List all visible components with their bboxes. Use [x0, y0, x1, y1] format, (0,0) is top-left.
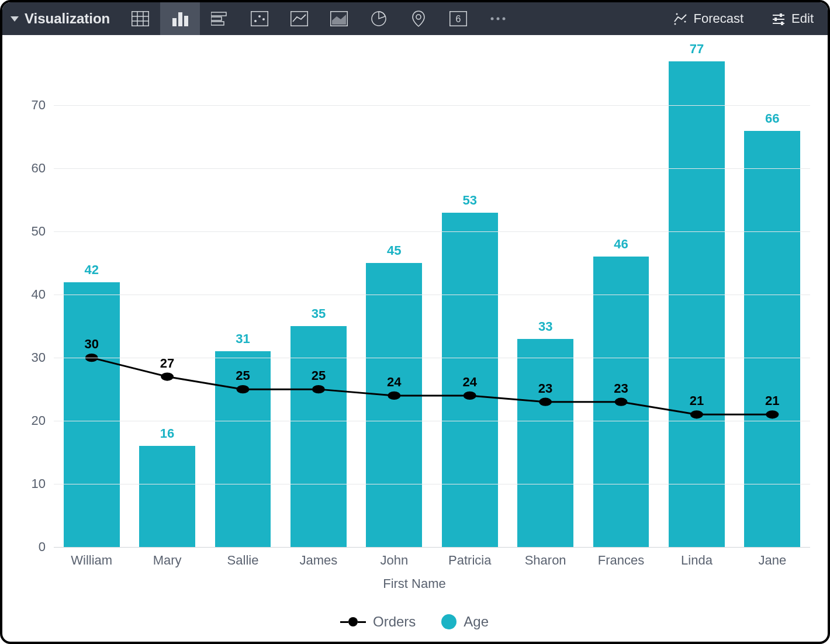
line-value-label: 21	[690, 393, 704, 408]
plot-area: 010203040506070 42163135455333467766 302…	[19, 55, 810, 547]
line-value-label: 30	[84, 337, 98, 352]
x-axis-labels: WilliamMarySallieJamesJohnPatriciaSharon…	[54, 547, 810, 568]
x-tick-label: Mary	[129, 553, 205, 568]
chart-type-pie-button[interactable]	[359, 2, 399, 35]
bar-value-label: 33	[538, 319, 552, 334]
bar[interactable]	[64, 282, 120, 547]
svg-rect-6	[178, 12, 182, 26]
chart-type-more-button[interactable]	[478, 2, 518, 35]
x-tick-label: Linda	[659, 553, 734, 568]
svg-point-24	[503, 18, 506, 20]
circle-swatch-icon	[441, 614, 456, 629]
bar[interactable]	[290, 326, 347, 547]
bar[interactable]	[366, 263, 422, 547]
bar-value-label: 45	[387, 243, 401, 258]
visualization-title-group[interactable]: Visualization	[2, 2, 120, 35]
svg-rect-8	[211, 12, 226, 16]
area-chart-icon	[330, 11, 348, 26]
chart-type-column-button[interactable]	[160, 2, 200, 35]
svg-point-27	[675, 23, 676, 25]
line-chart-icon	[290, 11, 308, 26]
svg-rect-0	[132, 12, 149, 26]
x-tick-label: John	[357, 553, 432, 568]
y-tick-label: 60	[32, 161, 46, 176]
x-tick-label: Frances	[583, 553, 659, 568]
bar-value-label: 77	[690, 41, 704, 57]
chart-type-single-value-button[interactable]: 6	[438, 2, 478, 35]
map-pin-icon	[411, 10, 426, 27]
svg-point-12	[254, 20, 257, 22]
chart-type-switcher: 6	[120, 2, 518, 35]
toolbar: Visualization	[2, 2, 828, 35]
chart-type-table-button[interactable]	[120, 2, 160, 35]
single-value-icon: 6	[449, 11, 467, 26]
bar-value-label: 31	[236, 331, 250, 347]
bar[interactable]	[669, 61, 725, 547]
bars-layer: 42163135455333467766	[54, 55, 810, 547]
x-tick-label: Sallie	[205, 553, 281, 568]
line-value-label: 23	[614, 380, 628, 396]
x-tick-label: Jane	[735, 553, 810, 568]
bar-value-label: 46	[614, 237, 628, 252]
app-frame: Visualization	[0, 0, 830, 644]
forecast-label: Forecast	[693, 11, 743, 26]
bar-value-label: 53	[462, 193, 476, 208]
plot[interactable]: 42163135455333467766 3027252524242323212…	[54, 55, 810, 547]
line-value-label: 24	[462, 375, 476, 390]
line-value-label: 25	[236, 368, 250, 383]
scatter-chart-icon	[251, 11, 268, 26]
legend-item-orders[interactable]: Orders	[340, 614, 416, 630]
svg-marker-17	[332, 15, 346, 25]
y-axis: 010203040506070	[19, 55, 54, 547]
y-tick-label: 50	[32, 224, 46, 239]
bar-value-label: 35	[312, 306, 326, 321]
chart-type-line-button[interactable]	[279, 2, 319, 35]
y-tick-label: 30	[32, 350, 46, 365]
forecast-icon	[673, 12, 687, 25]
svg-rect-10	[211, 22, 224, 25]
forecast-button[interactable]: Forecast	[659, 2, 758, 35]
y-tick-label: 70	[32, 98, 46, 113]
sliders-icon	[772, 12, 786, 25]
line-swatch-icon	[340, 617, 366, 626]
bar[interactable]	[139, 446, 195, 547]
table-icon	[132, 11, 149, 26]
visualization-title: Visualization	[25, 11, 110, 27]
pie-chart-icon	[371, 11, 387, 27]
line-value-label: 27	[160, 355, 174, 371]
svg-rect-32	[774, 18, 777, 21]
y-tick-label: 10	[32, 476, 46, 491]
x-tick-label: Sharon	[507, 553, 583, 568]
bar[interactable]	[517, 339, 573, 547]
svg-rect-33	[781, 22, 783, 25]
chart-type-scatter-button[interactable]	[240, 2, 279, 35]
column-chart-icon	[171, 11, 189, 26]
svg-rect-7	[184, 16, 188, 26]
svg-text:6: 6	[456, 14, 461, 24]
svg-point-26	[684, 21, 686, 23]
svg-point-13	[258, 15, 261, 18]
legend-item-age[interactable]: Age	[441, 614, 489, 630]
bar-chart-icon	[211, 11, 229, 26]
x-tick-label: James	[281, 553, 356, 568]
svg-rect-31	[780, 13, 782, 17]
edit-button[interactable]: Edit	[758, 2, 828, 35]
svg-point-25	[676, 13, 678, 15]
caret-down-icon	[11, 16, 19, 22]
chart-type-bar-button[interactable]	[200, 2, 240, 35]
bar-value-label: 16	[160, 426, 174, 441]
x-axis-title: First Name	[19, 576, 810, 591]
bar[interactable]	[593, 257, 649, 547]
line-value-label: 23	[538, 380, 552, 396]
y-tick-label: 40	[32, 287, 46, 302]
chart-type-map-button[interactable]	[399, 2, 438, 35]
bar[interactable]	[744, 131, 800, 547]
svg-rect-9	[211, 17, 222, 20]
legend-age-label: Age	[464, 614, 489, 630]
chart-type-area-button[interactable]	[319, 2, 359, 35]
svg-point-14	[262, 18, 265, 20]
edit-label: Edit	[791, 11, 814, 26]
bar-value-label: 66	[765, 111, 779, 126]
more-icon	[489, 16, 507, 22]
svg-rect-11	[251, 12, 268, 26]
